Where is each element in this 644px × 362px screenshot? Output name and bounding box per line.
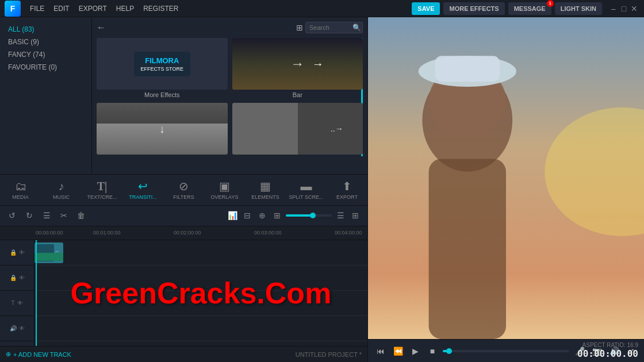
zoom-out-button[interactable]: ⊟ <box>241 209 254 222</box>
timeline-controls: ↺ ↻ ☰ ✂ 🗑 📊 ⊟ ⊕ ⊞ ☰ ⊞ <box>0 206 367 226</box>
zoom-add-button[interactable]: ⊞ <box>271 209 283 222</box>
video-track-row: C <box>34 240 367 265</box>
play-button[interactable]: ▶ <box>408 344 422 358</box>
zoom-in-button[interactable]: ⊕ <box>256 209 269 222</box>
filmora-logo: FILMORA EFFECTS STORE <box>134 52 190 76</box>
toolbar-split[interactable]: ▬ SPLIT SCRE... <box>286 176 327 203</box>
toolbar-overlays[interactable]: ▣ OVERLAYS <box>204 176 245 203</box>
effects-toolbar: ← ⊞ 🔍 <box>97 22 363 33</box>
timeline-tracks: 🔒 👁 🔒 👁 T 👁 🔊 👁 <box>0 240 367 346</box>
zoom-slider[interactable] <box>286 214 332 217</box>
menu-file[interactable]: FILE <box>25 5 49 13</box>
media-label: MEDIA <box>12 194 29 200</box>
track-visibility-button[interactable]: 👁 <box>19 249 25 256</box>
playback-controls: ⏮ ⏪ ▶ ■ 🎤 📷 🔊 ⤢ ASPECT RATIO: 16:9 00:00… <box>368 339 644 362</box>
menu-help[interactable]: HELP <box>112 5 139 13</box>
timeline-right-controls: 📊 ⊟ ⊕ ⊞ ☰ ⊞ <box>226 209 362 222</box>
effect-slide2[interactable]: ..→ <box>232 103 363 156</box>
maximize-button[interactable]: □ <box>620 5 628 13</box>
menu-register[interactable]: REGISTER <box>139 5 183 13</box>
progress-bar[interactable] <box>443 350 569 352</box>
effects-browser: ALL (83) BASIC (9) FANCY (74) FAVOURITE … <box>0 17 367 174</box>
toolbar-filters[interactable]: ⊘ FILTERS <box>163 176 204 203</box>
text-track-vis[interactable]: 👁 <box>17 300 23 306</box>
overlays-label: OVERLAYS <box>211 194 239 200</box>
category-favourite[interactable]: FAVOURITE (0) <box>5 61 87 74</box>
audio-track-vis[interactable]: 👁 <box>19 325 25 332</box>
add-track-button[interactable]: ⊕ + ADD NEW TRACK <box>6 351 71 358</box>
overlays-icon: ▣ <box>219 179 230 193</box>
timeline-menu-button[interactable]: ☰ <box>334 209 347 222</box>
stop-button[interactable]: ■ <box>425 344 439 358</box>
ruler-mark-3: 00:03:00:00 <box>254 230 282 236</box>
split-icon: ▬ <box>301 180 312 193</box>
timeline-ruler: 00:00:00:00 00:01:00:00 00:02:00:00 00:0… <box>0 226 367 240</box>
undo-button[interactable]: ↺ <box>6 209 18 222</box>
message-button[interactable]: MESSAGE 1 <box>508 2 551 15</box>
music-icon: ♪ <box>59 180 64 193</box>
minimize-button[interactable]: – <box>610 5 618 13</box>
audio-track-lock[interactable]: 🔊 <box>10 325 17 332</box>
toolbar-music[interactable]: ♪ MUSIC <box>41 176 82 203</box>
menubar: F FILE EDIT EXPORT HELP REGISTER SAVE MO… <box>0 0 644 17</box>
right-panel: ⏮ ⏪ ▶ ■ 🎤 📷 🔊 ⤢ ASPECT RATIO: 16:9 00:00… <box>368 17 644 362</box>
ruler-mark-4: 00:04:00:00 <box>335 230 362 236</box>
project-name: UNTITLED PROJECT * <box>296 351 362 358</box>
category-all[interactable]: ALL (83) <box>5 23 87 36</box>
ruler-mark-0: 00:00:00:00 <box>36 230 63 236</box>
toolbar-elements[interactable]: ▦ ELEMENTS <box>245 176 286 203</box>
audio-waveform-button[interactable]: 📊 <box>226 209 239 222</box>
go-start-button[interactable]: ⏮ <box>374 344 388 358</box>
text-track-ctrl: T 👁 <box>0 291 34 316</box>
toolbar-export[interactable]: ⬆ EXPORT <box>327 176 367 203</box>
audio-track-row <box>34 316 367 341</box>
cut-button[interactable]: ✂ <box>57 209 70 222</box>
text-track-lock[interactable]: T <box>11 300 14 306</box>
filters-icon: ⊘ <box>179 179 189 193</box>
category-basic[interactable]: BASIC (9) <box>5 36 87 48</box>
back-button[interactable]: ← <box>97 22 106 33</box>
elements-label: ELEMENTS <box>251 194 279 200</box>
aspect-ratio-label: ASPECT RATIO: 16:9 <box>577 342 638 348</box>
more-effects-button[interactable]: MORE EFFECTS <box>443 2 504 15</box>
save-button[interactable]: SAVE <box>412 2 440 15</box>
menu-edit[interactable]: EDIT <box>49 5 74 13</box>
toolbar-transitions[interactable]: ↩ TRANSITI... <box>122 176 163 203</box>
ruler-mark-1: 00:01:00:00 <box>93 230 121 236</box>
export-label: EXPORT <box>336 194 358 200</box>
effect-filmora-store[interactable]: FILMORA EFFECTS STORE More Effects <box>97 38 228 98</box>
toolbar-media[interactable]: 🗂 MEDIA <box>0 176 41 203</box>
music-label: MUSIC <box>53 194 70 200</box>
effect-label-bar: Bar <box>232 91 363 98</box>
effect-slide[interactable]: ↓ <box>97 103 228 156</box>
progress-dot <box>446 348 452 354</box>
close-button[interactable]: ✕ <box>630 5 638 13</box>
overlay-visibility-button[interactable]: 👁 <box>19 275 25 281</box>
media-icon: 🗂 <box>15 180 26 193</box>
audio-track-ctrl: 🔊 👁 <box>0 316 34 341</box>
filters-label: FILTERS <box>173 194 194 200</box>
align-button[interactable]: ☰ <box>40 209 53 222</box>
search-icon: 🔍 <box>352 24 361 32</box>
delete-button[interactable]: 🗑 <box>75 209 87 222</box>
category-fancy[interactable]: FANCY (74) <box>5 48 87 61</box>
main-layout: ALL (83) BASIC (9) FANCY (74) FAVOURITE … <box>0 17 644 362</box>
progress-fill <box>443 350 449 352</box>
redo-button[interactable]: ↻ <box>23 209 36 222</box>
timecode-panel: ASPECT RATIO: 16:9 00:00:00.00 <box>577 342 638 359</box>
effect-bar[interactable]: → Bar <box>232 38 363 98</box>
track-lock-button[interactable]: 🔒 <box>10 249 17 256</box>
timecode-display: 00:00:00.00 <box>577 348 638 359</box>
add-track-icon: ⊕ <box>6 351 11 358</box>
grid-view-button[interactable]: ⊞ <box>296 23 303 32</box>
menu-export[interactable]: EXPORT <box>74 5 112 13</box>
timeline-section: ↺ ↻ ☰ ✂ 🗑 📊 ⊟ ⊕ ⊞ ☰ ⊞ 00:00:00:00 00:01 <box>0 206 367 363</box>
skin-button[interactable]: LIGHT SKIN <box>555 2 602 15</box>
toolbar-text[interactable]: T| TEXT/CRE... <box>82 176 122 203</box>
search-input[interactable] <box>309 24 352 31</box>
audio-clip[interactable] <box>34 253 63 261</box>
track-area: C GreenCracks.Com <box>34 240 367 346</box>
prev-frame-button[interactable]: ⏪ <box>391 344 405 358</box>
overlay-lock-button[interactable]: 🔒 <box>10 275 17 281</box>
grid-toggle-button[interactable]: ⊞ <box>349 209 362 222</box>
